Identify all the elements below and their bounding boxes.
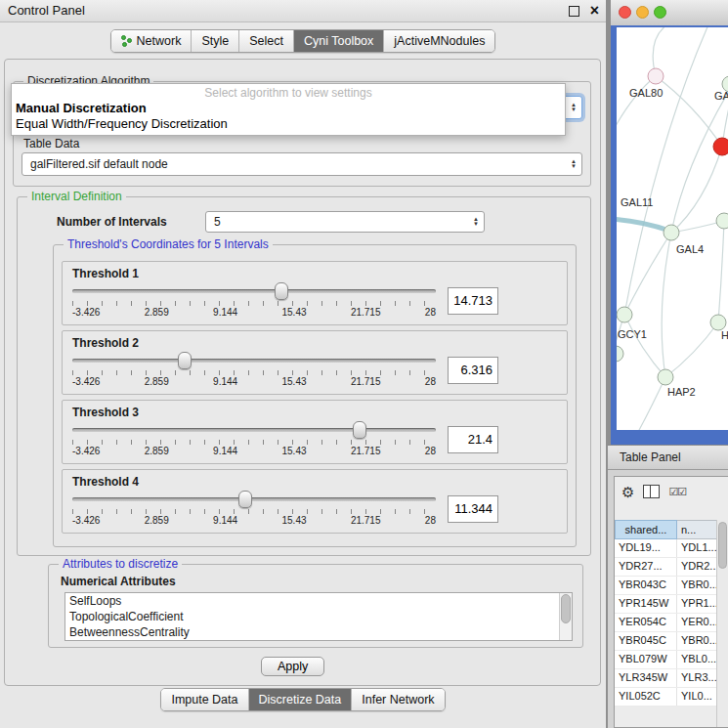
combo-stepper-icon: ▲▼ [571,103,577,112]
tab-cyni-toolbox[interactable]: Cyni Toolbox [294,30,384,52]
table-cell[interactable]: YIL052C [615,688,677,706]
tab-style[interactable]: Style [192,30,239,52]
close-icon[interactable]: × [590,1,599,21]
number-of-intervals-combobox[interactable]: 5 ▲▼ [205,211,485,233]
tab-infer-network[interactable]: Infer Network [352,689,444,710]
table-cell[interactable]: YDL19... [615,539,677,557]
threshold-1-value-field[interactable] [448,287,498,315]
tab-select[interactable]: Select [239,30,294,52]
scale-tick-label: 21.715 [351,307,381,318]
slider-track[interactable] [72,359,436,363]
table-data-label: Table Data [23,137,79,150]
threshold-1-label: Threshold 1 [72,267,557,280]
table-cell[interactable]: YER054C [615,614,677,631]
tab-label: Impute Data [171,693,237,707]
tab-label: Discretize Data [259,693,342,707]
table-row[interactable]: YBR043CYBR0... [615,577,728,595]
list-item-betweennesscentrality[interactable]: BetweennessCentrality [65,624,572,640]
network-node-hap2[interactable] [658,369,673,385]
scale-tick-label: 15.43 [282,376,307,387]
threshold-3-slider[interactable] [72,422,436,437]
table-panel-header[interactable]: Table Panel [608,445,728,470]
table-spacer [615,506,728,520]
scale-tick-label: 28 [425,515,436,526]
columns-icon[interactable] [643,485,660,498]
network-node[interactable] [617,346,623,362]
network-node-selected-red[interactable] [713,138,728,155]
table-cell[interactable]: YLR345W [615,669,677,687]
tab-network[interactable]: Network [111,30,193,52]
table-row[interactable]: YDR27...YDR2... [615,558,728,577]
table-toolbar: ⚙ ☑☑ [615,477,728,506]
tab-impute-data[interactable]: Impute Data [161,689,248,710]
threshold-4-slider[interactable] [72,492,436,506]
window-minimize-icon[interactable] [636,6,649,19]
table-row[interactable]: YER054CYER0... [615,614,728,632]
table-row[interactable]: YPR145WYPR1... [615,595,728,614]
list-item-topologicalcoefficient[interactable]: TopologicalCoefficient [65,609,572,624]
threshold-2-value-field[interactable] [448,357,498,384]
list-scrollbar[interactable] [559,593,572,640]
scale-tick-label: 28 [425,376,436,387]
select-all-icon[interactable]: ☑☑ [668,487,686,497]
table-cell[interactable]: YPR145W [615,595,677,613]
table-row[interactable]: YIL052CYIL0... [615,688,728,707]
slider-thumb[interactable] [353,421,366,439]
slider-track[interactable] [72,497,436,501]
combo-stepper-icon: ▲▼ [473,217,479,227]
dropdown-option-equal-width-frequency[interactable]: Equal Width/Frequency Discretization [12,116,565,132]
node-label-clipped: H [721,329,728,341]
cyni-toolbox-panel: Discretization Algorithm ▲▼ Table Data g… [4,59,601,686]
scrollbar-thumb[interactable] [561,594,571,623]
apply-button[interactable]: Apply [261,657,324,676]
network-node[interactable] [710,315,726,330]
table-row[interactable]: YDL19...YDL1... [615,539,728,558]
window-close-icon[interactable] [619,6,631,19]
network-node-gcy1[interactable] [617,307,632,322]
network-window-titlebar[interactable] [611,0,728,26]
slider-track[interactable] [72,428,436,432]
slider-track[interactable] [72,289,436,293]
slider-scale: -3.4262.8599.14415.4321.71528 [72,515,436,526]
table-cell[interactable]: YBL079W [615,651,677,668]
scrollbar-thumb[interactable] [718,522,727,569]
table-cell[interactable]: YDR27... [615,558,677,576]
slider-thumb[interactable] [178,352,192,369]
thresholds-group: Threshold's Coordinates for 5 Intervals … [53,244,577,547]
gear-icon[interactable]: ⚙ [621,485,634,499]
scale-tick-label: -3.426 [72,515,100,526]
tab-jactivemnodules[interactable]: jActiveMNodules [384,30,494,52]
table-scrollbar[interactable] [716,520,728,727]
column-header-shared-name[interactable]: shared... [615,520,677,539]
threshold-1-slider[interactable] [72,283,436,298]
threshold-4-value-field[interactable] [448,495,498,523]
threshold-2-slider[interactable] [72,353,436,367]
dropdown-option-manual-discretization[interactable]: Manual Discretization [12,101,565,116]
highlighted-edge[interactable] [617,219,669,231]
network-view-window: GAL80 GAL GAL11 GAL4 GCY1 HAP2 H [611,0,728,445]
network-node-gal4[interactable] [664,225,679,240]
network-node-gal80[interactable] [648,68,664,84]
scale-tick-label: 21.715 [351,515,381,526]
scale-tick-label: 28 [425,446,436,456]
network-node[interactable] [716,213,728,229]
list-item-selfloops[interactable]: SelfLoops [65,593,572,609]
threshold-3-value-field[interactable] [448,426,498,453]
node-label-gal11: GAL11 [621,196,653,208]
window-zoom-icon[interactable] [654,6,666,19]
slider-thumb[interactable] [275,282,288,300]
scale-tick-label: -3.426 [72,307,100,318]
table-row[interactable]: YLR345WYLR3... [615,669,728,688]
tab-discretize-data[interactable]: Discretize Data [249,689,353,710]
table-cell[interactable]: YBR045C [615,632,677,650]
network-canvas[interactable]: GAL80 GAL GAL11 GAL4 GCY1 HAP2 H [617,27,728,430]
table-data-combobox[interactable]: galFiltered.sif default node ▲▼ [21,152,582,176]
undock-icon[interactable] [569,6,579,17]
combo-stepper-icon: ▲▼ [571,159,577,169]
interval-definition-group: Interval Definition Number of Intervals … [17,196,591,556]
slider-thumb[interactable] [238,491,252,508]
scale-tick-label: -3.426 [72,376,100,387]
table-cell[interactable]: YBR043C [615,577,677,594]
table-row[interactable]: YBL079WYBL0... [615,651,728,669]
table-row[interactable]: YBR045CYBR0... [615,632,728,651]
